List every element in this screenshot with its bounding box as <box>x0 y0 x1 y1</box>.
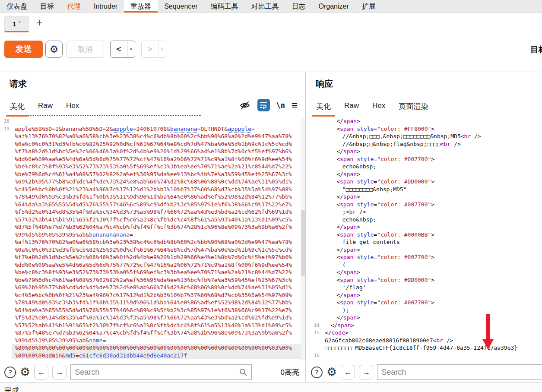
editor-row[interactable]: %f5%d2%e0%14%d8%35%4f%0a%5c%34%d3%f3%a5%… <box>0 314 305 322</box>
editor-row[interactable]: %69%2b%95%77%b8%cd%dc%4f%de%73%24%e8%ab%… <box>0 284 305 291</box>
request-tab-0[interactable]: 美化 <box>6 98 29 117</box>
editor-row[interactable]: %be%79%6d%c4%61%a4%08%57%02%82%2a%ef%36%… <box>0 171 305 178</box>
editor-row[interactable]: 16 <box>306 352 542 360</box>
editor-row[interactable]: <span style="color: #DD0000"> <box>306 178 542 186</box>
editor-row[interactable]: %64%da%a3%65%55%5d%d5%76%55%57%46%6c%89%… <box>0 307 305 314</box>
request-search-input[interactable] <box>75 368 239 377</box>
request-tab-2[interactable]: Hex <box>62 98 83 117</box>
editor-row[interactable]: <span style="color: #DD0000"> <box>306 276 542 284</box>
editor-row[interactable]: 15</code> <box>306 329 542 337</box>
editor-row[interactable]: </span> <box>306 291 542 299</box>
request-tab-1[interactable]: Raw <box>34 98 57 117</box>
help-icon[interactable]: ? <box>4 367 16 378</box>
editor-row[interactable]: %0a%c0%c0%31%d3%fb%cb%82%25%92%0d%cf%61%… <box>0 246 305 254</box>
menu-item-target[interactable]: 目标 <box>34 0 60 13</box>
editor-row[interactable]: %99%d5%39%05%39%95%ab&name= <box>0 337 305 345</box>
editor-row[interactable]: %c4%5e%bc%0b%0f%21%23%a4%96%7c%17%12%d1%… <box>0 291 305 299</box>
menu-item-organizer[interactable]: Organizer <box>312 0 355 13</box>
menu-item-proxy[interactable]: 代理 <box>60 0 87 13</box>
editor-row[interactable]: %57%52%ab%41%b1%91%65%f2%30%7f%cf%c6%a1%… <box>0 322 305 329</box>
editor-row[interactable]: %be%c8%c3%8f%93%e3%52%73%73%53%a0%5f%69%… <box>0 163 305 171</box>
editor-row[interactable]: ); <box>306 307 542 314</box>
editor-row[interactable]: <span style="color: #007700"> <box>306 201 542 209</box>
editor-row[interactable]: 62a6fcab802c08eaed8016f8018900e7<br /> <box>306 337 542 345</box>
repeater-tab-1[interactable]: 1 × <box>4 16 29 32</box>
editor-row[interactable]: 19apple%5B%5D=1&banana%5B%5D=2&appple=24… <box>0 125 305 133</box>
search-next-button[interactable]: → <box>52 365 67 379</box>
editor-row[interactable]: %78%49%d0%93%c3%b3%fd%1f%0b%35%11%9d%96%… <box>0 299 305 307</box>
editor-row[interactable]: </span> <box>306 193 542 201</box>
editor-row[interactable]: %99%d5%b9%05%39%95%ab&bananananana= <box>0 231 305 239</box>
editor-row[interactable]: %0a%c0%c0%31%d3%fb%cb%82%25%92%0d%cf%61%… <box>0 140 305 148</box>
response-editor[interactable]: </span><span style="color: #FF8000">//&n… <box>306 117 542 362</box>
search-settings-gear-icon[interactable]: ⚙ <box>326 367 337 378</box>
editor-row[interactable]: <span style="color: #007700"> <box>306 155 542 163</box>
search-next-button[interactable]: → <box>359 365 373 379</box>
request-search-box[interactable] <box>70 364 252 380</box>
editor-row[interactable]: %87%5f%48%e7%d7%b3%62%04%a7%c4%cb%fd%f4%… <box>0 329 305 337</box>
editor-row[interactable]: %87%5f%48%e7%d7%b3%62%04%a7%c4%cb%fd%f4%… <box>0 223 305 231</box>
send-button[interactable]: 发送 <box>4 41 43 58</box>
editor-row[interactable]: %69%2b%95%77%b8%cd%dc%4f%de%73%24%e8%ab%… <box>0 178 305 186</box>
menu-item-dashboard[interactable]: 仪表盘 <box>0 0 34 13</box>
back-dropdown-caret-icon[interactable]: ▼ <box>127 41 135 57</box>
history-back-button[interactable]: < ▼ <box>110 41 135 58</box>
help-icon[interactable]: ? <box>311 367 323 378</box>
editor-row[interactable]: ( <box>306 261 542 269</box>
forward-icon[interactable]: > <box>142 41 158 57</box>
response-tab-3[interactable]: 页面渲染 <box>395 98 432 117</box>
editor-row[interactable]: %78%49%d0%93%c3%b3%fd%1f%0b%35%11%9d%96%… <box>0 193 305 201</box>
forward-dropdown-caret-icon[interactable]: ▼ <box>158 41 166 57</box>
editor-row[interactable]: <span style="color: #007700"> <box>306 299 542 307</box>
editor-row[interactable]: %00%00%00admin&md5=c61cfc6d30ad31dbb44e9… <box>0 352 305 360</box>
editor-row[interactable]: </span> <box>306 246 542 254</box>
editor-row[interactable]: <span style="color: #007700"> <box>306 253 542 261</box>
editor-row[interactable]: //&nbsp;□&nbsp;flag&nbsp;□□□□<br /> <box>306 140 542 148</box>
editor-row[interactable]: □□□□□□□□ MD5BaseCTF{1c8c18ff-f959-4d47-8… <box>306 344 542 352</box>
response-tab-0[interactable]: 美化 <box>312 98 335 117</box>
menu-item-logger[interactable]: 日志 <box>285 0 312 13</box>
editor-row[interactable]: '/flag' <box>306 284 542 291</box>
send-settings-gear-icon[interactable]: ⚙ <box>45 41 63 58</box>
search-prev-button[interactable]: ← <box>34 365 48 379</box>
close-tab-icon[interactable]: × <box>18 20 21 25</box>
response-search-input[interactable] <box>381 368 539 377</box>
history-forward-button[interactable]: > ▼ <box>141 41 166 58</box>
editor-row[interactable]: 14</span> <box>306 322 542 329</box>
editor-row[interactable]: </span> <box>306 148 542 155</box>
editor-row[interactable]: </span> <box>306 171 542 178</box>
hide-nonprintable-icon[interactable] <box>239 99 251 111</box>
editor-row[interactable]: echo&nbsp; <box>306 163 542 171</box>
editor-row[interactable]: %be%79%6d%c4%61%a4%08%57%02%82%2a%ef%36%… <box>0 276 305 284</box>
editor-row[interactable]: "□□□□□□□□&nbsp;MD5" <box>306 186 542 193</box>
editor-row[interactable]: file_get_contents <box>306 238 542 246</box>
search-settings-gear-icon[interactable]: ⚙ <box>20 367 30 378</box>
editor-row[interactable]: </span> <box>306 269 542 276</box>
editor-row[interactable]: ;<br /> <box>306 208 542 216</box>
editor-row[interactable]: %f7%a8%2d%1d%bc%5e%2c%06%46%3a%0f%2d%4b%… <box>0 253 305 261</box>
response-tab-1[interactable]: Raw <box>340 98 363 117</box>
scrollbar-thumb[interactable] <box>301 210 305 275</box>
editor-row[interactable]: %dd%0e%09%aa%e5%4d%6a%5d%6d%75%77%72%cf%… <box>0 155 305 163</box>
editor-row[interactable]: </span> <box>306 223 542 231</box>
menu-item-intruder[interactable]: Intruder <box>87 0 124 13</box>
editor-row[interactable]: </span> <box>306 314 542 322</box>
add-tab-button[interactable]: + <box>36 17 43 28</box>
editor-row[interactable]: //&nbsp;□□□,&nbsp;□□□□□□□□&nbsp;MD5<br /… <box>306 133 542 140</box>
editor-row[interactable]: %f5%d2%e0%14%d8%35%4f%0a%5c%34%d3%73%a5%… <box>0 208 305 216</box>
menu-item-decoder[interactable]: 编码工具 <box>204 0 245 13</box>
request-editor[interactable]: 1819apple%5B%5D=1&banana%5B%5D=2&appple=… <box>0 117 305 362</box>
editor-row[interactable]: 18 <box>0 117 305 125</box>
editor-row[interactable]: %f7%a8%2d%1d%bc%5e%2c%06%46%3a%0f%2d%4b%… <box>0 148 305 155</box>
back-icon[interactable]: < <box>111 41 127 57</box>
editor-row[interactable]: %57%52%ab%41%b1%91%65%f2%30%7f%cf%c6%a1%… <box>0 216 305 224</box>
response-search-box[interactable] <box>377 364 542 380</box>
response-tab-2[interactable]: Hex <box>368 98 389 117</box>
editor-row[interactable]: %af%13%76%70%82%a0%a6%58%cb%3e%23%38%c4%… <box>0 238 305 246</box>
editor-row[interactable]: echo&nbsp; <box>306 216 542 224</box>
cancel-button[interactable]: 取消 <box>67 41 104 58</box>
editor-menu-icon[interactable]: ≡ <box>292 100 298 111</box>
search-prev-button[interactable]: ← <box>341 365 355 379</box>
editor-row[interactable]: %af%13%76%70%82%a0%a6%58%cb%3e%23%38%c4%… <box>0 133 305 140</box>
editor-row[interactable]: %dd%0e%09%aa%e5%4d%6a%5d%6d%75%77%72%cf%… <box>0 261 305 269</box>
